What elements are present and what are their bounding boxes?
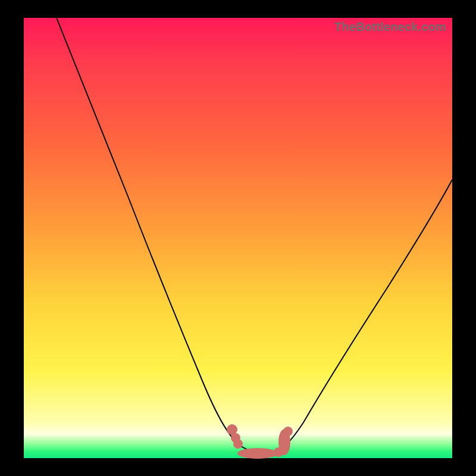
- chart-container: TheBottleneck.com: [0, 0, 476, 476]
- trough-marker: [274, 447, 283, 457]
- curve-path: [57, 18, 452, 455]
- plot-area: TheBottleneck.com: [24, 18, 452, 458]
- trough-marker: [233, 439, 243, 449]
- bottleneck-curve: [24, 18, 452, 458]
- trough-marker-bar: [237, 448, 278, 459]
- trough-marker: [283, 427, 293, 436]
